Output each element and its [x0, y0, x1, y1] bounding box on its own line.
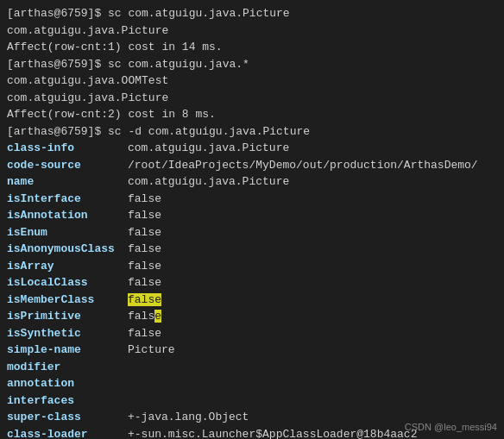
output-2: com.atguigu.java.OOMTest [7, 74, 168, 87]
table-row-isarray: isArray false [7, 258, 497, 275]
watermark-text: CSDN @leo_messi94 [405, 422, 497, 432]
prompt-2: [arthas@6759]$ sc com.atguigu.java.* [7, 58, 249, 71]
label-classloader: class-loader [7, 426, 128, 440]
highlight-memberclass: false [128, 293, 161, 306]
terminal: [arthas@6759]$ sc com.atguigu.java.Pictu… [0, 0, 504, 439]
affect-1: Affect(row-cnt:1) cost in 14 ms. [7, 41, 223, 53]
table-row-class-info: class-info com.atguigu.java.Picture [7, 140, 497, 157]
label-isenum: isEnum [7, 224, 128, 241]
table-row-interfaces: interfaces [7, 392, 497, 410]
prompt-1: [arthas@6759]$ sc com.atguigu.java.Pictu… [7, 7, 290, 20]
highlight-primitive: e [154, 310, 161, 323]
table-row-ismemberclass: isMemberClass false [7, 292, 497, 309]
label-ismemberclass: isMemberClass [7, 292, 128, 309]
table-row-isannotation: isAnnotation false [7, 207, 497, 224]
label-code-source: code-source [7, 157, 128, 174]
label-annotation: annotation [7, 375, 128, 392]
output-1: com.atguigu.java.Picture [7, 24, 168, 37]
table-row-isenum: isEnum false [7, 224, 497, 241]
label-modifier: modifier [7, 359, 128, 376]
table-row-isprimitive: isPrimitive false [7, 308, 497, 325]
value-simplename: Picture [128, 342, 175, 359]
value-class-info: com.atguigu.java.Picture [128, 140, 289, 157]
label-issynthetic: isSynthetic [7, 325, 128, 342]
line-4: [arthas@6759]$ sc com.atguigu.java.* [7, 56, 497, 73]
value-code-source: /root/IdeaProjects/MyDemo/out/production… [128, 157, 478, 174]
line-6: com.atguigu.java.Picture [7, 90, 497, 107]
value-islocalclass: false [128, 274, 161, 292]
label-isanonymousclass: isAnonymousClass [7, 241, 128, 258]
affect-2: Affect(row-cnt:2) cost in 8 ms. [7, 108, 216, 121]
label-isannotation: isAnnotation [7, 207, 128, 224]
prompt-3: [arthas@6759]$ sc -d com.atguigu.java.Pi… [7, 125, 310, 138]
label-name: name [7, 173, 128, 191]
value-isarray: false [128, 258, 161, 275]
value-issynthetic: false [128, 325, 161, 342]
value-isinterface: false [128, 191, 161, 208]
label-isprimitive: isPrimitive [7, 308, 128, 325]
value-isenum: false [128, 224, 161, 241]
value-isprimitive: false [128, 308, 161, 325]
table-row-annotation: annotation [7, 375, 497, 392]
label-class-info: class-info [7, 140, 128, 157]
line-2: com.atguigu.java.Picture [7, 22, 497, 40]
value-name: com.atguigu.java.Picture [128, 173, 289, 191]
label-interfaces: interfaces [7, 392, 128, 410]
table-row-islocalclass: isLocalClass false [7, 274, 497, 292]
value-isannotation: false [128, 207, 161, 224]
line-8: [arthas@6759]$ sc -d com.atguigu.java.Pi… [7, 123, 497, 141]
label-superclass: super-class [7, 409, 128, 426]
table-row-name: name com.atguigu.java.Picture [7, 173, 497, 191]
label-simplename: simple-name [7, 342, 128, 359]
table-row-simplename: simple-name Picture [7, 342, 497, 359]
table-row-isinterface: isInterface false [7, 191, 497, 208]
line-1: [arthas@6759]$ sc com.atguigu.java.Pictu… [7, 5, 497, 22]
table-row-issynthetic: isSynthetic false [7, 325, 497, 342]
label-islocalclass: isLocalClass [7, 274, 128, 292]
label-isinterface: isInterface [7, 191, 128, 208]
table-row-isanonymousclass: isAnonymousClass false [7, 241, 497, 258]
line-7: Affect(row-cnt:2) cost in 8 ms. [7, 106, 497, 123]
value-classloader: +-sun.misc.Launcher$AppClassLoader@18b4a… [128, 426, 417, 440]
watermark: CSDN @leo_messi94 [405, 422, 497, 432]
table-row-modifier: modifier [7, 359, 497, 376]
line-5: com.atguigu.java.OOMTest [7, 72, 497, 90]
label-isarray: isArray [7, 258, 128, 275]
value-superclass: +-java.lang.Object [128, 409, 249, 426]
value-ismemberclass: false [128, 292, 161, 309]
value-isanonymousclass: false [128, 241, 161, 258]
table-row-code-source: code-source /root/IdeaProjects/MyDemo/ou… [7, 157, 497, 174]
output-3: com.atguigu.java.Picture [7, 91, 168, 104]
line-3: Affect(row-cnt:1) cost in 14 ms. [7, 39, 497, 56]
